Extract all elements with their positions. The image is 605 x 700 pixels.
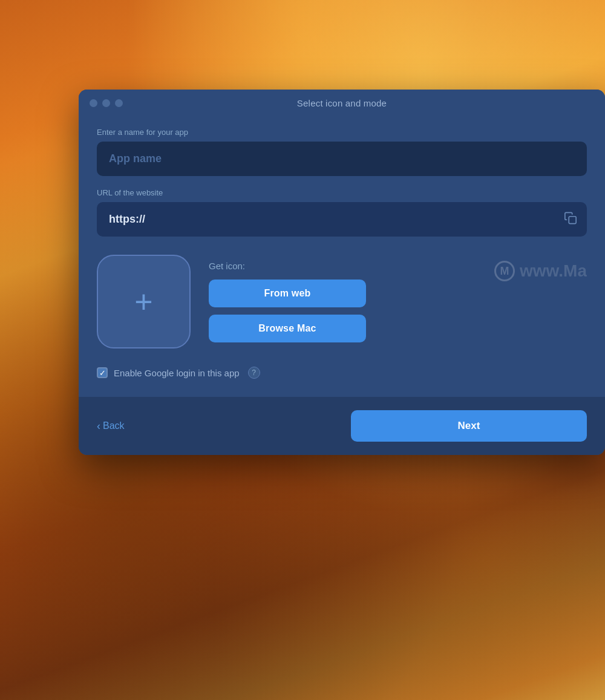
icon-row: + Get icon: From web Browse Mac M www.Ma [97,255,587,348]
add-icon: + [134,286,152,318]
browse-mac-button[interactable]: Browse Mac [209,315,366,342]
get-icon-label: Get icon: [209,261,366,271]
back-button[interactable]: ‹ Back [97,420,125,433]
app-name-input[interactable] [97,142,587,176]
svg-rect-0 [569,216,576,223]
google-login-checkbox[interactable]: ✓ [97,367,108,378]
traffic-lights [90,99,123,107]
back-chevron-icon: ‹ [97,420,100,433]
minimize-button[interactable] [102,99,110,107]
titlebar: Select icon and mode [79,90,605,116]
window-title: Select icon and mode [297,98,387,108]
bottom-bar: ‹ Back Next [79,397,605,455]
close-button[interactable] [90,99,97,107]
watermark-logo: M [494,261,515,281]
icon-placeholder[interactable]: + [97,255,191,348]
watermark: M www.Ma [494,261,587,281]
get-icon-section: Get icon: From web Browse Mac [209,255,366,342]
url-input[interactable] [97,202,587,237]
google-login-row: ✓ Enable Google login in this app ? [97,367,587,379]
app-name-label: Enter a name for your app [97,128,587,137]
next-button[interactable]: Next [351,410,587,442]
url-field-wrapper [97,202,587,237]
maximize-button[interactable] [115,99,123,107]
copy-icon[interactable] [564,211,577,227]
checkmark-icon: ✓ [99,369,106,377]
help-badge[interactable]: ? [248,367,260,379]
dialog-window: Select icon and mode Enter a name for yo… [79,90,605,455]
form-content: Enter a name for your app URL of the web… [79,116,605,397]
back-label: Back [103,420,125,431]
watermark-text: www.Ma [520,261,587,281]
url-label: URL of the website [97,188,587,197]
google-login-label: Enable Google login in this app [114,368,240,378]
from-web-button[interactable]: From web [209,280,366,307]
